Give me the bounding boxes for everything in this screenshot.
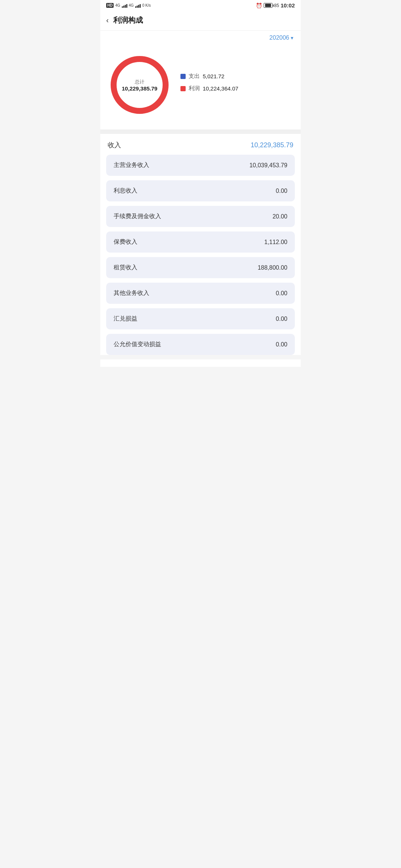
legend-item: 利润 10,224,364.07 [180,85,295,92]
legend-value: 10,224,364.07 [203,85,238,92]
item-name: 租赁收入 [114,264,137,272]
battery-fill [265,4,271,7]
income-label: 收入 [108,141,121,149]
network-4g: 4G [115,3,120,7]
legend-dot [180,86,186,91]
chart-legend: 支出 5,021.72 利润 10,224,364.07 [173,73,295,97]
income-item-card[interactable]: 保费收入 1,112.00 [106,231,295,253]
income-items-container: 主营业务收入 10,039,453.79 利息收入 0.00 手续费及佣金收入 … [100,155,301,355]
status-left: HD 4G 4G 0 K/s [106,3,151,8]
period-selector[interactable]: 202006 ▾ [270,34,293,41]
donut-label: 总计 [122,79,157,85]
chart-section: 总计 10,229,385.79 支出 5,021.72 利润 10,224,3… [100,44,301,129]
section-divider [100,129,301,134]
income-item-card[interactable]: 利息收入 0.00 [106,180,295,201]
bottom-spacer [100,359,301,367]
item-name: 公允价值变动损益 [114,341,161,348]
status-bar: HD 4G 4G 0 K/s ⏰ 85 10:02 [100,0,301,10]
legend-dot [180,74,186,79]
item-name: 主营业务收入 [114,161,149,169]
item-value: 0.00 [276,290,287,297]
alarm-icon: ⏰ [256,3,262,9]
item-value: 0.00 [276,341,287,348]
item-value: 188,800.00 [258,264,287,271]
time-display: 10:02 [281,2,295,9]
donut-center: 总计 10,229,385.79 [122,79,157,92]
speed-indicator: 0 K/s [142,3,151,7]
legend-name: 利润 [189,85,200,92]
item-name: 其他业务收入 [114,289,149,297]
period-bar: 202006 ▾ [100,31,301,44]
signal-bars-1 [122,3,127,8]
income-item-card[interactable]: 主营业务收入 10,039,453.79 [106,155,295,176]
battery-icon [264,3,273,8]
period-value: 202006 [270,34,289,41]
item-value: 0.00 [276,316,287,322]
item-value: 1,112.00 [264,239,287,246]
income-item-card[interactable]: 汇兑损益 0.00 [106,308,295,329]
back-button[interactable]: ‹ [106,16,109,24]
income-total: 10,229,385.79 [251,141,293,149]
page-header: ‹ 利润构成 [100,10,301,31]
item-name: 手续费及佣金收入 [114,213,161,220]
income-item-card[interactable]: 公允价值变动损益 0.00 [106,334,295,355]
page-title: 利润构成 [113,15,143,25]
hd-badge: HD [106,3,114,8]
item-name: 利息收入 [114,187,137,195]
item-value: 10,039,453.79 [250,162,287,169]
signal-bars-2 [135,3,141,8]
chevron-down-icon: ▾ [291,35,293,41]
income-item-card[interactable]: 租赁收入 188,800.00 [106,257,295,278]
income-item-card[interactable]: 其他业务收入 0.00 [106,283,295,304]
legend-item: 支出 5,021.72 [180,73,295,80]
legend-value: 5,021.72 [203,73,224,79]
donut-value: 10,229,385.79 [122,85,157,92]
item-name: 保费收入 [114,238,137,246]
item-value: 20.00 [273,213,287,220]
income-header: 收入 10,229,385.79 [100,134,301,155]
legend-name: 支出 [189,73,200,80]
battery-level: 85 [274,3,279,8]
income-item-card[interactable]: 手续费及佣金收入 20.00 [106,206,295,227]
item-value: 0.00 [276,188,287,194]
donut-chart: 总计 10,229,385.79 [106,52,173,118]
network-4g-2: 4G [129,3,134,7]
item-name: 汇兑损益 [114,315,137,323]
status-right: ⏰ 85 10:02 [256,2,295,9]
